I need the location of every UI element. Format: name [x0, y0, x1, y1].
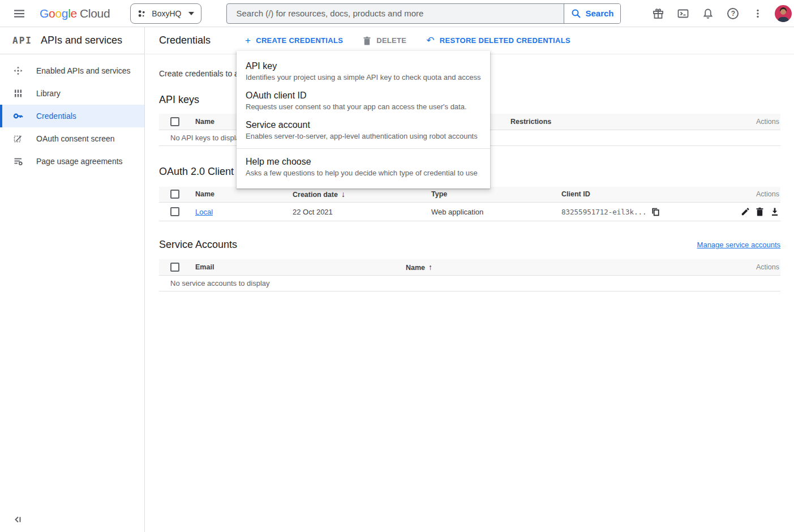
menu-item-api-key[interactable]: API key Identifies your project using a … — [237, 60, 490, 83]
sidebar: API APIs and services Enabled APIs and s… — [0, 27, 145, 532]
consent-screen-icon — [12, 134, 24, 144]
column-header-client-id[interactable]: Client ID — [561, 187, 728, 203]
sidebar-item-library[interactable]: Library — [0, 82, 144, 105]
sidebar-item-enabled-apis[interactable]: Enabled APIs and services — [0, 59, 144, 82]
topbar-icons: ? — [651, 7, 765, 20]
logo-cloud-text: Cloud — [80, 7, 110, 20]
service-accounts-empty-text: No service accounts to display — [159, 275, 780, 291]
sidebar-item-oauth-consent[interactable]: OAuth consent screen — [0, 127, 144, 150]
enabled-apis-icon — [12, 66, 24, 76]
oauth-client-id: 83255951712-eil3k... — [561, 208, 728, 216]
create-credentials-label: CREATE CREDENTIALS — [256, 36, 343, 45]
oauth-clients-table: Name Creation date↓ Type Client ID Actio… — [159, 187, 780, 222]
sidebar-item-label: Enabled APIs and services — [36, 66, 131, 75]
sidebar-title: APIs and services — [41, 35, 122, 46]
create-credentials-menu: API key Identifies your project using a … — [237, 51, 490, 188]
oauth-client-creation-date: 22 Oct 2021 — [293, 203, 431, 221]
column-header-creation-date[interactable]: Creation date↓ — [293, 187, 431, 203]
menu-item-title: Service account — [246, 119, 481, 131]
column-header-type[interactable]: Type — [431, 187, 561, 203]
trash-icon — [363, 36, 371, 45]
logo-letter: g — [62, 7, 68, 20]
plus-icon: + — [245, 36, 251, 45]
column-header-actions: Actions — [751, 259, 780, 275]
column-header-name[interactable]: Name↑ — [406, 259, 751, 275]
avatar-body — [778, 17, 789, 22]
collapse-sidebar-icon[interactable] — [12, 514, 24, 525]
sidebar-item-label: Page usage agreements — [36, 157, 123, 166]
notifications-bell-icon[interactable] — [701, 7, 715, 20]
delete-label: DELETE — [376, 36, 406, 45]
select-all-checkbox[interactable] — [170, 117, 179, 126]
menu-item-service-account[interactable]: Service account Enables server-to-server… — [237, 119, 490, 141]
project-picker-button[interactable]: BoxyHQ — [130, 3, 201, 24]
service-accounts-heading-row: Service Accounts Manage service accounts — [159, 239, 780, 251]
page-title: Credentials — [159, 35, 245, 46]
sidebar-item-label: Credentials — [36, 111, 76, 121]
column-header-name[interactable]: Name — [195, 187, 293, 203]
download-icon[interactable] — [770, 207, 779, 217]
restore-deleted-credentials-button[interactable]: ↶ RESTORE DELETED CREDENTIALS — [426, 36, 570, 45]
restore-label: RESTORE DELETED CREDENTIALS — [440, 36, 570, 45]
avatar-face — [780, 9, 786, 15]
create-credentials-button[interactable]: + CREATE CREDENTIALS — [245, 36, 343, 45]
top-bar: Google Cloud BoxyHQ Search ? — [0, 0, 794, 27]
project-icon — [138, 9, 147, 18]
column-header-actions: Actions — [751, 114, 780, 130]
select-all-checkbox[interactable] — [170, 263, 179, 272]
user-avatar[interactable] — [775, 5, 792, 22]
logo-letter: o — [55, 7, 61, 20]
column-header-actions: Actions — [728, 187, 780, 203]
service-accounts-table-header: Email Name↑ Actions — [159, 259, 780, 275]
logo-letter: o — [49, 7, 55, 20]
oauth-table-header: Name Creation date↓ Type Client ID Actio… — [159, 187, 780, 203]
cloud-shell-icon[interactable] — [676, 7, 690, 20]
help-icon[interactable]: ? — [726, 7, 740, 20]
project-name: BoxyHQ — [152, 9, 181, 18]
logo-letter: e — [71, 7, 77, 20]
search-input[interactable] — [236, 8, 555, 18]
search-bar: Search — [226, 3, 621, 24]
menu-item-title: Help me choose — [246, 156, 481, 168]
column-header-email[interactable]: Email — [195, 259, 406, 275]
question-mark-glyph: ? — [727, 8, 739, 19]
page-header: Credentials + CREATE CREDENTIALS DELETE … — [145, 27, 794, 54]
menu-item-oauth-client-id[interactable]: OAuth client ID Requests user consent so… — [237, 89, 490, 112]
gift-icon[interactable] — [651, 7, 665, 20]
edit-pencil-icon[interactable] — [740, 207, 750, 217]
delete-button[interactable]: DELETE — [363, 36, 406, 45]
select-all-checkbox[interactable] — [170, 190, 179, 199]
more-options-kebab-icon[interactable] — [751, 7, 765, 20]
column-header-restrictions[interactable]: Restrictions — [510, 114, 751, 130]
sidebar-item-label: OAuth consent screen — [36, 134, 115, 143]
google-cloud-logo[interactable]: Google Cloud — [40, 7, 110, 20]
delete-trash-icon[interactable] — [755, 207, 765, 217]
copy-icon[interactable] — [651, 208, 660, 216]
agreements-icon — [12, 156, 24, 166]
sidebar-header: API APIs and services — [0, 27, 144, 54]
sort-ascending-icon: ↑ — [428, 263, 432, 272]
api-product-icon: API — [12, 35, 32, 46]
row-actions — [728, 207, 780, 217]
sidebar-item-label: Library — [36, 89, 61, 98]
service-accounts-table: Email Name↑ Actions No service accounts … — [159, 259, 780, 291]
navigation-menu-icon[interactable] — [12, 7, 26, 20]
oauth-client-name-link[interactable]: Local — [195, 208, 213, 216]
library-icon — [12, 88, 24, 98]
menu-item-title: API key — [246, 60, 481, 72]
logo-letter: G — [40, 7, 49, 20]
row-checkbox[interactable] — [170, 207, 179, 216]
sidebar-item-credentials[interactable]: Credentials — [0, 105, 144, 127]
sidebar-item-page-usage[interactable]: Page usage agreements — [0, 150, 144, 173]
sidebar-nav: Enabled APIs and services Library Creden… — [0, 54, 144, 173]
search-button-label: Search — [585, 8, 613, 18]
search-input-wrap — [227, 4, 564, 23]
search-button[interactable]: Search — [564, 4, 620, 23]
menu-divider — [237, 148, 490, 149]
menu-item-help-me-choose[interactable]: Help me choose Asks a few questions to h… — [237, 156, 490, 178]
manage-service-accounts-link[interactable]: Manage service accounts — [697, 241, 780, 249]
sort-descending-icon: ↓ — [341, 190, 345, 199]
undo-icon: ↶ — [426, 36, 435, 45]
key-icon — [12, 110, 24, 122]
menu-item-description: Identifies your project using a simple A… — [246, 72, 481, 83]
